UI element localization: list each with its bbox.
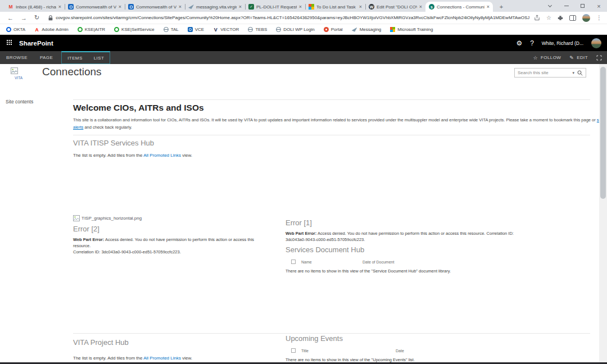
tab-close-icon[interactable]: × <box>119 4 121 10</box>
commonwealth-icon <box>68 4 74 10</box>
tab-title: Commonwealth of Virgini <box>136 4 176 10</box>
list-tools-tab-group: ITEMS LIST <box>61 51 110 64</box>
user-avatar[interactable] <box>591 38 601 48</box>
tab-strip: M Inbox (8,468) - richard.whi × Commonwe… <box>0 0 607 12</box>
tab-close-icon[interactable]: × <box>58 4 61 10</box>
app-launcher-button[interactable] <box>0 40 19 46</box>
profile-avatar[interactable] <box>582 14 590 22</box>
browser-tab-commonwealth-2[interactable]: Commonwealth of Virgini × <box>125 2 185 12</box>
back-icon[interactable]: ← <box>7 15 13 21</box>
ribbon-tab-list[interactable]: LIST <box>88 52 110 63</box>
column-header-name[interactable]: Name <box>301 260 312 264</box>
tab-close-icon[interactable]: × <box>359 4 362 10</box>
browser-tab-todo[interactable]: To Do List and Task Manag × <box>305 2 365 12</box>
select-all-checkbox[interactable] <box>291 260 296 264</box>
focus-mode-icon[interactable] <box>596 55 602 61</box>
window-controls: × <box>542 0 607 12</box>
browser-tab-wordpress[interactable]: W Edit Post "DOLI COVID-19 × <box>365 2 425 12</box>
select-all-checkbox[interactable] <box>291 348 296 353</box>
maximize-button[interactable] <box>574 0 591 12</box>
minimize-button[interactable] <box>558 0 574 12</box>
search-magnifier-icon[interactable] <box>577 70 583 76</box>
divider <box>73 333 590 334</box>
tab-close-icon[interactable]: × <box>487 4 490 10</box>
forward-icon[interactable]: → <box>21 15 27 21</box>
correlation-id: 3dc043a0-9043-c000-ed51-57059ccfc223. <box>286 236 590 243</box>
column-header-date[interactable]: Date <box>396 349 404 353</box>
help-icon[interactable]: ? <box>530 39 534 47</box>
browser-tab-planner[interactable]: PL-DOLI-IT Requests - Pla × <box>245 2 305 12</box>
browser-tab-commonwealth-1[interactable]: Commonwealth of Virgini × <box>65 2 125 12</box>
menu-dots-icon[interactable]: ⋮ <box>596 15 602 21</box>
sidebar-item-site-contents[interactable]: Site contents <box>6 99 33 104</box>
column-header-date-of-document[interactable]: Date of Document <box>363 260 394 264</box>
bookmark-adobe-admin[interactable]: AAdobe Admin <box>34 27 69 32</box>
page-scrollbar[interactable] <box>599 64 607 362</box>
bookmark-label: KSE|AITR <box>85 27 105 32</box>
search-scope-caret-icon[interactable]: ▾ <box>572 71 574 75</box>
bookmark-doli-wp-login[interactable]: DOLI WP Login <box>276 27 314 32</box>
sharepoint-icon: s <box>429 4 434 10</box>
share-icon[interactable] <box>534 15 540 21</box>
tab-title: Commonwealth of Virgini <box>76 4 116 10</box>
bookmark-messaging[interactable]: Messaging <box>352 27 382 32</box>
bookmark-label: Messaging <box>360 27 382 32</box>
adobe-icon: A <box>34 27 39 32</box>
browser-tab-messaging[interactable]: messaging.vita.virginia.go × <box>185 2 245 12</box>
follow-star-icon[interactable]: ☆ <box>533 55 538 61</box>
site-search-box[interactable]: ▾ <box>514 68 586 78</box>
tab-close-icon[interactable]: × <box>179 4 182 10</box>
browser-tab-connections-active[interactable]: s Connections - Community × <box>425 2 493 12</box>
vce-icon <box>188 27 193 32</box>
project-hub-empty-text: The list is empty. Add tiles from the Al… <box>73 356 271 361</box>
bookmark-vce[interactable]: VCE <box>188 27 204 32</box>
broken-image-row: TISP_graphics_horizontal.png <box>73 215 271 221</box>
follow-button[interactable]: FOLLOW <box>541 55 561 60</box>
close-button[interactable]: × <box>591 0 607 12</box>
address-bar[interactable]: covgov.sharepoint.com/sites/vitarmg/crm/… <box>48 15 529 21</box>
column-header-title[interactable]: Title <box>301 349 309 353</box>
scrollbar-thumb[interactable] <box>600 67 606 199</box>
site-title: Connections <box>42 66 102 78</box>
bookmark-tebs[interactable]: TEBS <box>248 27 267 32</box>
tab-close-icon[interactable]: × <box>299 4 302 10</box>
sharepoint-brand[interactable]: SharePoint <box>19 40 53 47</box>
bookmark-kse-aitr[interactable]: KSE|AITR <box>78 27 105 32</box>
bookmark-okta[interactable]: OKTA <box>6 27 25 32</box>
settings-gear-icon[interactable]: ⚙ <box>516 39 522 47</box>
ribbon-tab-page[interactable]: PAGE <box>34 51 59 64</box>
ribbon-tab-browse[interactable]: BROWSE <box>0 51 34 64</box>
empty-text: view. <box>181 153 192 158</box>
waffle-icon <box>7 40 8 41</box>
edit-pencil-icon[interactable]: ✎ <box>569 55 574 61</box>
bookmark-kse-selfservice[interactable]: KSE|SelfService <box>114 27 155 32</box>
microsoft-icon <box>309 4 314 10</box>
tab-close-icon[interactable]: × <box>239 4 242 10</box>
bookmark-portal[interactable]: Portal <box>324 27 343 32</box>
extensions-icon[interactable] <box>558 15 563 21</box>
ribbon-tab-items[interactable]: ITEMS <box>62 52 88 63</box>
broken-image-alt-text: TISP_graphics_horizontal.png <box>81 216 142 221</box>
setup-alerts-link[interactable]: alerts <box>73 125 83 130</box>
browser-tab-gmail[interactable]: M Inbox (8,468) - richard.whi × <box>4 2 65 12</box>
bookmark-tal[interactable]: TAL <box>164 27 179 32</box>
planner-icon <box>248 4 254 10</box>
bookmark-label: OKTA <box>13 27 25 32</box>
bookmark-star-icon[interactable]: ☆ <box>546 15 551 21</box>
tab-title: PL-DOLI-IT Requests - Pla <box>256 4 297 10</box>
bookmark-vector[interactable]: VVECTOR <box>213 27 239 32</box>
reload-icon[interactable]: ↻ <box>34 14 39 21</box>
commonwealth-icon <box>128 4 134 10</box>
tab-close-icon[interactable]: × <box>419 4 422 10</box>
all-promoted-links-link[interactable]: All Promoted Links <box>143 356 181 361</box>
signed-in-user[interactable]: White, Richard (D... <box>542 40 583 46</box>
all-promoted-links-link[interactable]: All Promoted Links <box>143 153 181 158</box>
edit-button[interactable]: EDIT <box>577 55 588 60</box>
new-tab-button[interactable]: + <box>496 2 506 11</box>
tab-search-icon[interactable] <box>542 0 558 12</box>
bookmarks-bar: OKTA AAdobe Admin KSE|AITR KSE|SelfServi… <box>0 25 607 35</box>
search-input[interactable] <box>518 70 569 75</box>
bookmark-microsoft-training[interactable]: Microsoft Training <box>390 27 433 32</box>
side-panel-icon[interactable] <box>569 15 576 21</box>
wordpress-icon: W <box>369 4 374 10</box>
